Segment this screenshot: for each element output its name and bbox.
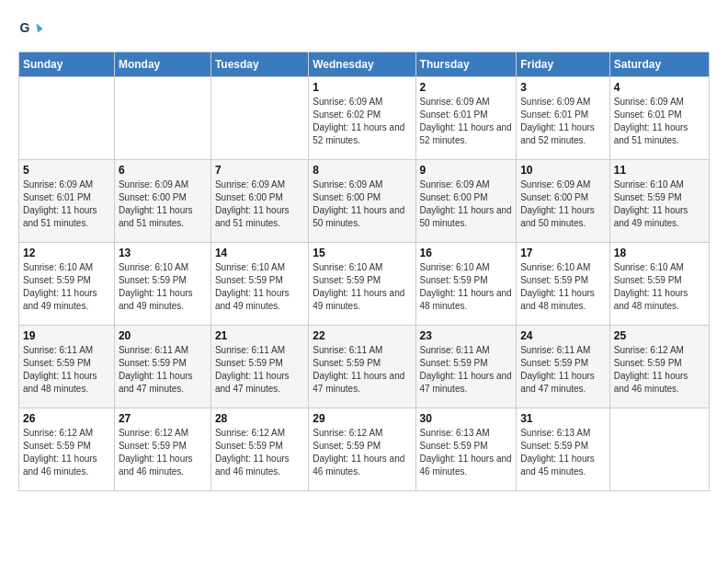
day-info: Sunrise: 6:09 AMSunset: 6:00 PMDaylight:…: [420, 178, 513, 230]
day-info: Sunrise: 6:09 AMSunset: 6:01 PMDaylight:…: [420, 96, 513, 147]
day-info: Sunrise: 6:12 AMSunset: 5:59 PMDaylight:…: [23, 427, 110, 478]
day-info: Sunrise: 6:11 AMSunset: 5:59 PMDaylight:…: [119, 344, 207, 396]
calendar-cell: 20Sunrise: 6:11 AMSunset: 5:59 PMDayligh…: [114, 326, 210, 408]
column-header-sunday: Sunday: [19, 52, 115, 77]
week-row-3: 12Sunrise: 6:10 AMSunset: 5:59 PMDayligh…: [19, 243, 710, 326]
calendar-cell: [114, 77, 210, 160]
calendar-cell: 9Sunrise: 6:09 AMSunset: 6:00 PMDaylight…: [415, 160, 517, 243]
day-number: 28: [215, 412, 304, 425]
day-number: 6: [119, 164, 207, 177]
day-info: Sunrise: 6:09 AMSunset: 6:01 PMDaylight:…: [23, 178, 110, 230]
calendar-cell: 28Sunrise: 6:12 AMSunset: 5:59 PMDayligh…: [210, 408, 308, 491]
day-number: 25: [614, 329, 705, 342]
calendar-cell: 26Sunrise: 6:12 AMSunset: 5:59 PMDayligh…: [19, 408, 115, 491]
calendar-cell: 25Sunrise: 6:12 AMSunset: 5:59 PMDayligh…: [609, 326, 709, 408]
day-number: 29: [313, 412, 411, 425]
calendar-cell: 11Sunrise: 6:10 AMSunset: 5:59 PMDayligh…: [609, 160, 709, 243]
day-info: Sunrise: 6:10 AMSunset: 5:59 PMDaylight:…: [520, 261, 606, 313]
calendar-table: SundayMondayTuesdayWednesdayThursdayFrid…: [18, 52, 710, 491]
calendar-cell: 31Sunrise: 6:13 AMSunset: 5:59 PMDayligh…: [517, 408, 610, 491]
day-info: Sunrise: 6:09 AMSunset: 6:00 PMDaylight:…: [119, 178, 207, 230]
day-number: 11: [614, 164, 705, 177]
day-number: 1: [313, 81, 411, 94]
day-number: 12: [23, 247, 110, 259]
calendar-cell: 21Sunrise: 6:11 AMSunset: 5:59 PMDayligh…: [210, 326, 308, 408]
calendar-cell: [19, 77, 115, 160]
calendar-cell: 8Sunrise: 6:09 AMSunset: 6:00 PMDaylight…: [309, 160, 415, 243]
calendar-cell: 10Sunrise: 6:09 AMSunset: 6:00 PMDayligh…: [517, 160, 610, 243]
day-number: 22: [313, 329, 411, 342]
day-number: 17: [520, 247, 606, 259]
calendar-cell: [210, 77, 308, 160]
day-info: Sunrise: 6:13 AMSunset: 5:59 PMDaylight:…: [420, 427, 513, 478]
calendar-cell: 3Sunrise: 6:09 AMSunset: 6:01 PMDaylight…: [517, 77, 610, 160]
day-info: Sunrise: 6:12 AMSunset: 5:59 PMDaylight:…: [313, 427, 411, 478]
day-number: 4: [614, 81, 705, 94]
calendar-cell: 5Sunrise: 6:09 AMSunset: 6:01 PMDaylight…: [19, 160, 115, 243]
day-info: Sunrise: 6:10 AMSunset: 5:59 PMDaylight:…: [313, 261, 411, 313]
column-header-saturday: Saturday: [609, 52, 709, 77]
svg-marker-1: [37, 24, 43, 33]
calendar-cell: 1Sunrise: 6:09 AMSunset: 6:02 PMDaylight…: [309, 77, 415, 160]
column-header-friday: Friday: [517, 52, 610, 77]
day-number: 14: [215, 247, 304, 259]
day-number: 15: [313, 247, 411, 259]
column-header-monday: Monday: [114, 52, 210, 77]
week-row-1: 1Sunrise: 6:09 AMSunset: 6:02 PMDaylight…: [19, 77, 710, 160]
day-number: 24: [520, 329, 606, 342]
day-number: 18: [614, 247, 705, 259]
day-info: Sunrise: 6:09 AMSunset: 6:00 PMDaylight:…: [313, 178, 411, 230]
day-info: Sunrise: 6:11 AMSunset: 5:59 PMDaylight:…: [313, 344, 411, 396]
week-row-5: 26Sunrise: 6:12 AMSunset: 5:59 PMDayligh…: [19, 408, 710, 491]
day-info: Sunrise: 6:11 AMSunset: 5:59 PMDaylight:…: [420, 344, 513, 396]
calendar-cell: 6Sunrise: 6:09 AMSunset: 6:00 PMDaylight…: [114, 160, 210, 243]
day-number: 5: [23, 164, 110, 177]
day-number: 21: [215, 329, 304, 342]
day-number: 20: [119, 329, 207, 342]
day-info: Sunrise: 6:10 AMSunset: 5:59 PMDaylight:…: [23, 261, 110, 313]
column-header-thursday: Thursday: [415, 52, 517, 77]
header: G: [18, 18, 710, 44]
column-header-tuesday: Tuesday: [210, 52, 308, 77]
calendar-body: 1Sunrise: 6:09 AMSunset: 6:02 PMDaylight…: [19, 77, 710, 491]
calendar-cell: [609, 408, 709, 491]
day-number: 30: [420, 412, 513, 425]
calendar-header-row: SundayMondayTuesdayWednesdayThursdayFrid…: [19, 52, 710, 77]
day-number: 2: [420, 81, 513, 94]
day-info: Sunrise: 6:12 AMSunset: 5:59 PMDaylight:…: [215, 427, 304, 478]
logo: G: [18, 18, 48, 44]
column-header-wednesday: Wednesday: [309, 52, 415, 77]
calendar-cell: 2Sunrise: 6:09 AMSunset: 6:01 PMDaylight…: [415, 77, 517, 160]
day-info: Sunrise: 6:11 AMSunset: 5:59 PMDaylight:…: [215, 344, 304, 396]
day-number: 26: [23, 412, 110, 425]
day-number: 19: [23, 329, 110, 342]
day-info: Sunrise: 6:09 AMSunset: 6:00 PMDaylight:…: [520, 178, 606, 230]
day-number: 23: [420, 329, 513, 342]
calendar-cell: 18Sunrise: 6:10 AMSunset: 5:59 PMDayligh…: [609, 243, 709, 326]
logo-icon: G: [18, 18, 44, 44]
day-number: 3: [520, 81, 606, 94]
day-number: 7: [215, 164, 304, 177]
calendar-cell: 7Sunrise: 6:09 AMSunset: 6:00 PMDaylight…: [210, 160, 308, 243]
day-info: Sunrise: 6:10 AMSunset: 5:59 PMDaylight:…: [420, 261, 513, 313]
calendar-cell: 27Sunrise: 6:12 AMSunset: 5:59 PMDayligh…: [114, 408, 210, 491]
day-info: Sunrise: 6:09 AMSunset: 6:01 PMDaylight:…: [614, 96, 705, 147]
day-info: Sunrise: 6:09 AMSunset: 6:01 PMDaylight:…: [520, 96, 606, 147]
day-info: Sunrise: 6:12 AMSunset: 5:59 PMDaylight:…: [614, 344, 705, 396]
calendar-cell: 22Sunrise: 6:11 AMSunset: 5:59 PMDayligh…: [309, 326, 415, 408]
svg-text:G: G: [19, 20, 29, 35]
day-number: 31: [520, 412, 606, 425]
day-number: 27: [119, 412, 207, 425]
week-row-4: 19Sunrise: 6:11 AMSunset: 5:59 PMDayligh…: [19, 326, 710, 408]
calendar-cell: 24Sunrise: 6:11 AMSunset: 5:59 PMDayligh…: [517, 326, 610, 408]
day-info: Sunrise: 6:10 AMSunset: 5:59 PMDaylight:…: [614, 178, 705, 230]
day-info: Sunrise: 6:10 AMSunset: 5:59 PMDaylight:…: [119, 261, 207, 313]
calendar-cell: 4Sunrise: 6:09 AMSunset: 6:01 PMDaylight…: [609, 77, 709, 160]
calendar-cell: 29Sunrise: 6:12 AMSunset: 5:59 PMDayligh…: [309, 408, 415, 491]
calendar-cell: 30Sunrise: 6:13 AMSunset: 5:59 PMDayligh…: [415, 408, 517, 491]
day-info: Sunrise: 6:11 AMSunset: 5:59 PMDaylight:…: [520, 344, 606, 396]
calendar-cell: 16Sunrise: 6:10 AMSunset: 5:59 PMDayligh…: [415, 243, 517, 326]
day-info: Sunrise: 6:10 AMSunset: 5:59 PMDaylight:…: [614, 261, 705, 313]
day-info: Sunrise: 6:09 AMSunset: 6:02 PMDaylight:…: [313, 96, 411, 147]
calendar-cell: 23Sunrise: 6:11 AMSunset: 5:59 PMDayligh…: [415, 326, 517, 408]
